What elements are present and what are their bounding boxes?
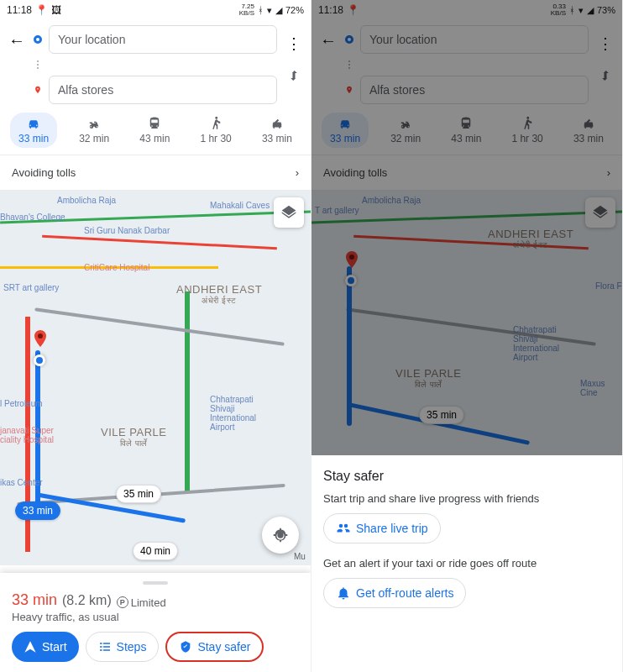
status-bar: 11:18 📍 🖼 7.25KB/S ᚼ ▾ ◢ 72% bbox=[0, 0, 311, 20]
steps-button[interactable]: Steps bbox=[86, 632, 160, 662]
sheet-title: Stay safer bbox=[323, 469, 610, 484]
mode-moto[interactable]: 32 min bbox=[71, 113, 118, 148]
map[interactable]: ANDHERI EASTअंधेरी ईस्ट VILE PARLEविले प… bbox=[0, 191, 311, 565]
origin-input[interactable]: Your location bbox=[49, 25, 277, 54]
scrim-overlay[interactable] bbox=[312, 0, 622, 477]
chevron-right-icon: › bbox=[296, 166, 299, 179]
travel-modes: 33 min32 min43 min1 hr 3033 min bbox=[0, 104, 311, 155]
status-time: 11:18 bbox=[7, 4, 32, 16]
swap-button[interactable] bbox=[284, 66, 304, 86]
origin-dot-icon bbox=[34, 35, 42, 44]
back-button[interactable]: ← bbox=[7, 30, 27, 50]
image-icon: 🖼 bbox=[51, 4, 61, 16]
route-bubble[interactable]: 35 min bbox=[116, 485, 161, 503]
route-dots-icon bbox=[34, 60, 42, 69]
trip-distance: (8.2 km) bbox=[62, 593, 112, 608]
options-row[interactable]: Avoiding tolls › bbox=[0, 155, 311, 191]
current-location-icon bbox=[34, 354, 45, 366]
mode-car[interactable]: 33 min bbox=[10, 113, 57, 148]
signal-icon: ◢ bbox=[275, 5, 282, 16]
mode-transit[interactable]: 43 min bbox=[131, 113, 178, 148]
battery-text: 72% bbox=[285, 5, 304, 15]
overflow-menu-button[interactable]: ⋮ bbox=[284, 27, 304, 60]
destination-pin-icon bbox=[34, 86, 42, 94]
mode-walk[interactable]: 1 hr 30 bbox=[191, 113, 239, 148]
bluetooth-icon: ᚼ bbox=[258, 5, 264, 15]
route-header: ← Your location Alfa stores ⋮ bbox=[0, 20, 311, 104]
get-off-route-alerts-button[interactable]: Get off-route alerts bbox=[323, 578, 466, 608]
traffic-status: Heavy traffic, as usual bbox=[12, 611, 299, 623]
drag-handle-icon[interactable] bbox=[143, 581, 168, 585]
mode-taxi[interactable]: 33 min bbox=[254, 113, 301, 148]
alert-description: Get an alert if your taxi or ride goes o… bbox=[323, 557, 610, 570]
route-bubble[interactable]: 40 min bbox=[133, 542, 178, 560]
my-location-button[interactable] bbox=[262, 517, 299, 554]
layers-button[interactable] bbox=[274, 197, 304, 228]
stay-safer-sheet: Stay safer Start trip and share live pro… bbox=[312, 455, 622, 672]
location-icon: 📍 bbox=[35, 4, 48, 16]
trip-time: 33 min bbox=[12, 591, 57, 609]
wifi-icon: ▾ bbox=[267, 5, 272, 16]
share-live-trip-button[interactable]: Share live trip bbox=[323, 513, 441, 543]
destination-marker-icon bbox=[30, 328, 50, 349]
route-bubble-primary[interactable]: 33 min bbox=[15, 501, 60, 520]
share-description: Start trip and share live progress with … bbox=[323, 492, 610, 505]
destination-input[interactable]: Alfa stores bbox=[49, 76, 277, 104]
svg-point-0 bbox=[38, 333, 43, 339]
stay-safer-button[interactable]: Stay safer bbox=[165, 632, 264, 662]
screen-right: 11:18 📍 0.33KB/S ᚼ ▾ ◢ 73% ← Your locati… bbox=[312, 0, 623, 672]
bottom-sheet[interactable]: 33 min (8.2 km) PLimited Heavy traffic, … bbox=[0, 573, 311, 672]
parking-indicator: PLimited bbox=[117, 596, 166, 609]
screen-left: 11:18 📍 🖼 7.25KB/S ᚼ ▾ ◢ 72% ← Your loca… bbox=[0, 0, 312, 672]
start-button[interactable]: Start bbox=[12, 632, 79, 662]
